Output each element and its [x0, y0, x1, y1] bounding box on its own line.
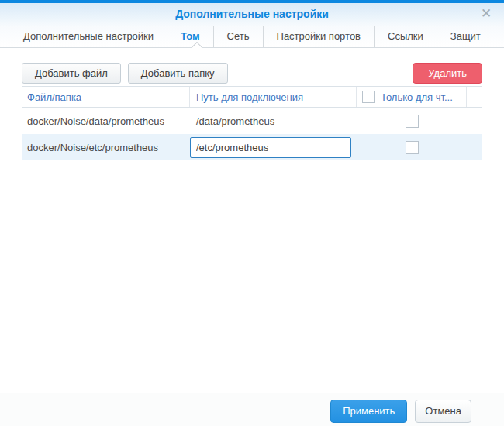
table-header: Файл/папка Путь для подключения Только д…	[22, 86, 482, 108]
tab-advanced-settings[interactable]: Дополнительные настройки	[10, 26, 167, 47]
dialog-title: Дополнительные настройки	[0, 3, 504, 26]
tab-port-settings[interactable]: Настройки портов	[263, 26, 375, 47]
add-file-button[interactable]: Добавить файл	[22, 63, 121, 84]
column-header-mount-path: Путь для подключения	[190, 87, 357, 107]
table-row[interactable]: docker/Noise/etc/prometheus	[22, 134, 482, 160]
toolbar: Добавить файл Добавить папку Удалить	[22, 63, 482, 84]
cell-mount-path[interactable]: /data/prometheus	[190, 115, 357, 127]
column-header-read-only-label: Только для чт...	[381, 91, 453, 103]
apply-button[interactable]: Применить	[330, 400, 407, 423]
tab-protection[interactable]: Защит	[437, 26, 494, 47]
read-only-checkbox[interactable]	[406, 115, 419, 128]
mount-path-input[interactable]	[190, 137, 351, 158]
cell-file-folder: docker/Noise/etc/prometheus	[22, 142, 190, 153]
cell-file-folder: docker/Noise/data/prometheus	[22, 115, 190, 127]
tab-links[interactable]: Ссылки	[374, 26, 437, 47]
cell-read-only	[357, 141, 467, 154]
volume-table: Файл/папка Путь для подключения Только д…	[22, 86, 482, 160]
column-header-spacer	[467, 87, 482, 107]
advanced-settings-dialog: { "window": { "title": "Дополнительные н…	[0, 0, 504, 426]
footer: Применить Отмена	[0, 393, 504, 426]
tab-volume[interactable]: Том	[167, 26, 213, 47]
dialog-header: Дополнительные настройки ✕	[0, 3, 504, 26]
tab-network[interactable]: Сеть	[213, 26, 263, 47]
column-header-file-folder: Файл/папка	[22, 87, 190, 107]
cell-read-only	[357, 115, 467, 128]
read-only-checkbox[interactable]	[406, 141, 419, 154]
delete-button[interactable]: Удалить	[413, 63, 482, 84]
tab-bar: Дополнительные настройки Том Сеть Настро…	[0, 26, 504, 48]
volume-tab-panel: Добавить файл Добавить папку Удалить Фай…	[0, 63, 504, 160]
close-icon[interactable]: ✕	[478, 5, 495, 22]
add-folder-button[interactable]: Добавить папку	[128, 63, 228, 84]
cell-mount-path	[190, 137, 357, 158]
cancel-button[interactable]: Отмена	[415, 400, 471, 423]
read-only-select-all-checkbox[interactable]	[362, 91, 375, 103]
table-row[interactable]: docker/Noise/data/prometheus /data/prome…	[22, 108, 482, 134]
column-header-read-only: Только для чт...	[357, 87, 467, 107]
